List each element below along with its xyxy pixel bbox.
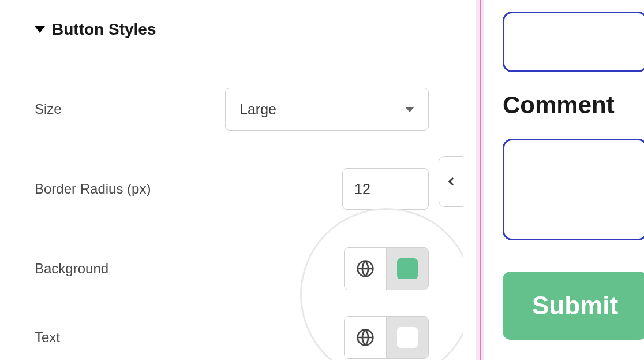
text-global-button[interactable] [345, 317, 386, 358]
text-swatch-button[interactable] [387, 317, 428, 358]
chevron-left-icon [448, 177, 456, 185]
caret-down-icon [35, 26, 45, 33]
row-radius: Border Radius (px) [35, 168, 463, 210]
settings-panel: Button Styles Size Large Border Radius (… [0, 0, 463, 360]
section-title: Button Styles [52, 20, 156, 39]
collapse-panel-button[interactable] [439, 156, 464, 207]
background-color-control [344, 247, 429, 290]
section-header-button-styles[interactable]: Button Styles [35, 20, 463, 39]
size-select[interactable]: Large [225, 88, 429, 131]
background-global-button[interactable] [345, 248, 386, 290]
label-size: Size [35, 101, 225, 117]
size-select-value: Large [239, 101, 276, 118]
preview-textarea[interactable] [503, 139, 644, 240]
preview-pane: Comment Submit [463, 0, 644, 360]
color-swatch [397, 258, 418, 279]
text-color-control [344, 316, 429, 359]
background-swatch-button[interactable] [387, 248, 428, 290]
color-swatch [397, 327, 418, 348]
ruler-line [480, 0, 481, 360]
label-text: Text [35, 329, 225, 346]
row-text: Text [35, 316, 463, 359]
globe-icon [356, 259, 375, 278]
preview-comment-label: Comment [503, 91, 615, 119]
preview-submit-button[interactable]: Submit [503, 272, 644, 340]
preview-submit-label: Submit [532, 291, 618, 320]
radius-input[interactable] [342, 168, 429, 210]
chevron-down-icon [405, 107, 414, 112]
globe-icon [356, 328, 375, 347]
label-radius: Border Radius (px) [35, 181, 225, 197]
preview-text-input[interactable] [503, 12, 644, 72]
row-background: Background [35, 247, 463, 290]
label-background: Background [35, 261, 225, 277]
row-size: Size Large [35, 88, 463, 131]
